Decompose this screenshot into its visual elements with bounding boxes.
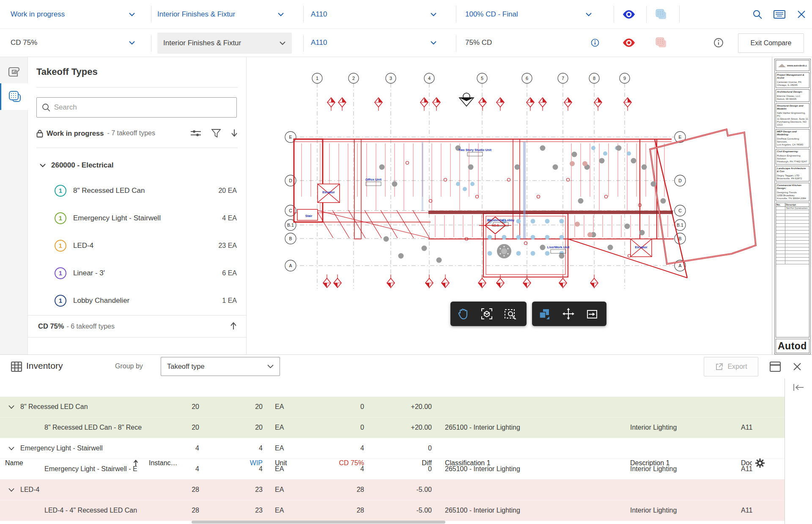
panel-layout-button[interactable] bbox=[765, 357, 785, 376]
chevron-down-icon[interactable] bbox=[8, 488, 14, 492]
svg-text:6: 6 bbox=[526, 76, 528, 81]
wip-group-count: - 7 takeoff types bbox=[107, 129, 155, 137]
chandelier-symbol bbox=[497, 244, 511, 258]
inventory-row[interactable]: 8" Recessed LED Can - 8" Rece 20 20 EA 0… bbox=[0, 417, 785, 438]
chevron-down-icon[interactable] bbox=[8, 447, 14, 450]
divider bbox=[303, 35, 304, 52]
search-input[interactable] bbox=[54, 103, 231, 112]
group-by-value: Takeoff type bbox=[167, 362, 205, 370]
exit-tool-icon bbox=[586, 308, 598, 319]
house-icon bbox=[778, 64, 786, 67]
row-unit: EA bbox=[264, 403, 326, 411]
divider bbox=[36, 148, 238, 148]
primary-version-dropdown[interactable]: Work in progress bbox=[11, 0, 135, 28]
primary-package-label: Interior Finishes & Fixtur bbox=[157, 10, 235, 19]
pan-tool-button[interactable] bbox=[451, 302, 475, 325]
move-tool-button[interactable] bbox=[557, 302, 580, 325]
close-icon bbox=[793, 363, 801, 370]
inventory-row[interactable]: Emergency Light - Stairwell - E 4 4 EA 4… bbox=[0, 459, 785, 480]
search-box[interactable] bbox=[36, 97, 237, 118]
divider bbox=[36, 87, 238, 88]
inventory-header: Inventory Group by Takeoff type Export bbox=[0, 355, 812, 379]
group-by-dropdown[interactable]: Takeoff type bbox=[161, 357, 280, 376]
revision-table: No.Descript Not For Construction bbox=[776, 203, 809, 337]
inventory-row[interactable]: LED-4 28 23 EA 28 -5.00 bbox=[0, 480, 785, 500]
compare-info-button[interactable] bbox=[709, 29, 728, 57]
row-description: Interior Lighting bbox=[630, 424, 741, 431]
svg-text:2: 2 bbox=[352, 76, 355, 81]
close-inventory-button[interactable] bbox=[787, 357, 807, 376]
secondary-package-dropdown[interactable]: Interior Finishes & Fixtur bbox=[157, 33, 292, 54]
takeoff-type-quantity: 4 EA bbox=[222, 214, 237, 222]
inventory-row[interactable]: 8" Recessed LED Can 20 20 EA 0 +20.00 bbox=[0, 397, 785, 417]
horizontal-scrollbar[interactable] bbox=[192, 521, 445, 524]
primary-package-dropdown[interactable]: Interior Finishes & Fixtur bbox=[157, 0, 284, 28]
exit-compare-button[interactable]: Exit Compare bbox=[738, 33, 804, 53]
rail-sheets-button[interactable] bbox=[0, 58, 28, 85]
exit-tool-button[interactable] bbox=[580, 302, 604, 325]
fit-view-button[interactable] bbox=[475, 302, 499, 325]
divider bbox=[456, 35, 456, 52]
takeoff-count-badge: 1 bbox=[55, 212, 66, 224]
divider bbox=[151, 35, 151, 52]
overlay-compare-icon bbox=[538, 308, 551, 320]
primary-sheet-dropdown[interactable]: A110 bbox=[311, 0, 437, 28]
takeoff-type-item[interactable]: 1 Emergency Light - Stairwell 4 EA bbox=[28, 204, 246, 232]
row-diff: +20.00 bbox=[366, 424, 433, 431]
takeoff-type-item[interactable]: 1 Linear - 3' 6 EA bbox=[28, 259, 246, 287]
divider bbox=[303, 6, 304, 23]
wip-group-header: Work in progress - 7 takeoff types bbox=[36, 125, 238, 142]
close-compare-button[interactable] bbox=[792, 0, 811, 28]
secondary-version-dropdown[interactable]: CD 75% bbox=[11, 29, 135, 57]
filter-icon[interactable] bbox=[211, 129, 221, 137]
collapse-panel-button[interactable] bbox=[791, 382, 806, 393]
svg-text:C: C bbox=[678, 208, 682, 213]
titleblock-url: www.autodesk.c bbox=[776, 60, 809, 71]
pan-hand-icon bbox=[458, 308, 469, 320]
zoom-window-icon bbox=[504, 308, 517, 320]
info-icon bbox=[591, 38, 599, 47]
left-rail bbox=[0, 57, 28, 354]
compared-version-footer[interactable]: CD 75% - 6 takeoff types bbox=[28, 315, 246, 337]
chevron-down-icon bbox=[39, 163, 46, 167]
overlay-mode-button[interactable] bbox=[533, 302, 557, 325]
secondary-milestone-info[interactable] bbox=[585, 29, 605, 57]
svg-text:B.1: B.1 bbox=[677, 222, 683, 228]
up-arrow-icon[interactable] bbox=[230, 321, 237, 330]
primary-sheet-style-toggle[interactable] bbox=[651, 0, 671, 28]
secondary-sheet-dropdown[interactable]: A110 bbox=[311, 29, 437, 57]
row-name: Emergency Light - Stairwell - E bbox=[44, 465, 137, 473]
move-icon bbox=[562, 308, 574, 320]
export-button[interactable]: Export bbox=[704, 357, 758, 376]
sheets-icon bbox=[8, 66, 20, 78]
svg-text:Live/Work Unit: Live/Work Unit bbox=[547, 245, 570, 249]
zoom-window-button[interactable] bbox=[499, 302, 522, 325]
takeoff-type-item[interactable]: 1 LED-4 23 EA bbox=[28, 232, 246, 259]
search-button[interactable] bbox=[748, 0, 767, 28]
eye-visible-icon bbox=[622, 10, 636, 19]
row-instances: 4 bbox=[144, 465, 201, 473]
secondary-visibility-toggle[interactable] bbox=[619, 29, 639, 57]
row-cd75: 0 bbox=[326, 424, 366, 431]
row-unit: EA bbox=[264, 507, 326, 514]
inventory-panel: Inventory Group by Takeoff type Export N… bbox=[0, 354, 812, 524]
settings-sliders-icon[interactable] bbox=[190, 129, 201, 137]
chevron-down-icon[interactable] bbox=[8, 405, 14, 409]
primary-milestone-dropdown[interactable]: 100% CD - Final bbox=[465, 0, 592, 28]
rail-takeoff-button[interactable] bbox=[0, 83, 28, 110]
drawing-canvas[interactable]: 123456789EEDDCCB.1B.1BBAA bbox=[247, 57, 812, 354]
svg-text:D: D bbox=[289, 178, 292, 183]
inventory-row[interactable]: LED-4 - 4" Recessed LED Can 28 23 EA 28 … bbox=[0, 500, 785, 521]
keyboard-shortcuts-button[interactable] bbox=[770, 0, 789, 28]
takeoff-type-name: 8" Recessed LED Can bbox=[73, 187, 145, 195]
takeoff-type-item[interactable]: 1 Lobby Chandelier 1 EA bbox=[28, 287, 246, 308]
inventory-row[interactable]: Emergency Light - Stairwell 4 4 EA 4 0 bbox=[0, 438, 785, 459]
takeoff-group-row[interactable]: 260000 - Electrical bbox=[28, 154, 246, 177]
chevron-down-icon bbox=[129, 12, 135, 16]
download-arrow-icon[interactable] bbox=[231, 129, 238, 137]
takeoff-type-quantity: 20 EA bbox=[218, 187, 237, 195]
primary-visibility-toggle[interactable] bbox=[619, 0, 639, 28]
takeoff-type-item[interactable]: 1 8" Recessed LED Can 20 EA bbox=[28, 177, 246, 204]
row-classification: 265100 - Interior Lighting bbox=[433, 465, 630, 473]
secondary-sheet-style-toggle[interactable] bbox=[651, 29, 671, 57]
